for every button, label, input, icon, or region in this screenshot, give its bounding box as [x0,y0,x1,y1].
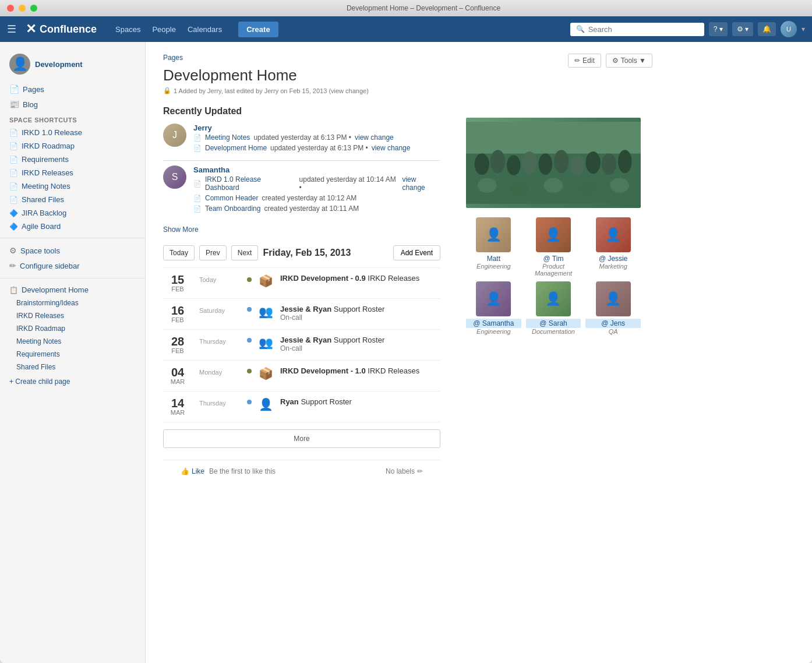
sidebar-space-tools[interactable]: ⚙ Space tools [0,243,145,258]
hamburger-menu-icon[interactable]: ☰ [7,23,16,36]
doc-icon: 📄 [9,129,18,137]
svg-point-6 [539,154,553,175]
more-button[interactable]: More [163,429,440,448]
tim-role: Product Management [526,263,581,277]
like-note: Be the first to like this [209,467,276,475]
jessie-role: Marketing [585,263,641,270]
prev-button[interactable]: Prev [199,245,227,260]
samantha-update-1: 📄 Common Header created yesterday at 10:… [193,193,440,203]
nav-calendars[interactable]: Calendars [183,23,227,36]
cal-event-sub-1: On-call [280,313,440,322]
minimize-button[interactable] [19,5,26,12]
like-button[interactable]: 👍 Like [181,467,204,475]
team-onboarding-link[interactable]: Team Onboarding [205,204,260,213]
cal-event-icon-2: 👥 [259,336,273,350]
shortcut-shared-files[interactable]: 📄 Shared Files [0,193,145,206]
shortcut-agile-board[interactable]: 🔷 Agile Board [0,220,145,233]
confluence-logo[interactable]: ✕ Confluence [26,22,97,37]
shortcut-jira-backlog[interactable]: 🔷 JIRA Backlog [0,206,145,220]
sidebar-item-pages[interactable]: 📄 Pages [0,82,145,97]
cal-event-icon-3: 📦 [259,366,273,380]
shortcut-meeting-notes[interactable]: 📄 Meeting Notes [0,179,145,193]
shortcut-irkd-release[interactable]: 📄 IRKD 1.0 Release [0,126,145,139]
page-footer: 👍 Like Be the first to like this No labe… [163,460,440,482]
user-avatar-nav[interactable]: U [781,21,797,37]
cal-date-0: 15 Feb [163,274,192,292]
cal-date-3: 04 Mar [163,366,192,385]
space-shortcuts-label: SPACE SHORTCUTS [0,112,145,126]
create-button[interactable]: Create [238,22,278,37]
tree-shared-files[interactable]: Shared Files [0,361,145,373]
sidebar-space-name[interactable]: Development [35,60,83,69]
cal-event-title-1: Jessie & Ryan Support Roster [280,305,440,313]
jessie-name[interactable]: @ Jessie [585,255,641,263]
tree-brainstorming[interactable]: Brainstorming/Ideas [0,297,145,309]
tree-requirements[interactable]: Requirements [0,348,145,361]
svg-point-10 [602,154,616,175]
tools-button[interactable]: ⚙ Tools ▼ [606,54,652,68]
tree-irkd-releases[interactable]: IRKD Releases [0,309,145,322]
settings-button[interactable]: ⚙ ▾ [732,22,753,36]
nav-people[interactable]: People [147,23,180,36]
edit-labels-icon[interactable]: ✏ [417,467,423,475]
show-more-link[interactable]: Show More [163,225,440,234]
add-event-button[interactable]: Add Event [393,245,440,260]
shortcut-requirements[interactable]: 📄 Requirements [0,153,145,166]
svg-point-4 [507,155,521,175]
search-input[interactable] [588,25,698,34]
view-change-link-0[interactable]: view change [355,133,394,142]
today-button[interactable]: Today [163,245,195,260]
sarah-role: Documentation [526,328,581,335]
create-child-label[interactable]: + Create child page [9,378,70,386]
samantha-name-team[interactable]: @ Samantha [466,319,521,328]
irkd-release-link[interactable]: IRKD 1.0 Release Dashboard [205,175,296,192]
jerry-name[interactable]: Jerry [193,124,440,132]
svg-point-9 [585,151,600,174]
meeting-notes-link[interactable]: Meeting Notes [205,133,250,142]
cal-event-sub-2: On-call [280,344,440,352]
sidebar-configure[interactable]: ✏ Configure sidebar [0,258,145,273]
cal-event-3: 04 Mar Monday 📦 IRKD Development - 1.0 [163,361,440,392]
notifications-button[interactable]: 🔔 [758,22,776,36]
jerry-avatar: J [163,124,186,147]
configure-label: Configure sidebar [20,262,80,270]
shortcut-irkd-roadmap[interactable]: 📄 IRKD Roadmap [0,139,145,153]
gear-icon: ⚙ [9,246,17,255]
sidebar-item-blog[interactable]: 📰 Blog [0,97,145,112]
samantha-name[interactable]: Samantha [193,165,440,174]
cal-event-1: 16 Feb Saturday 👥 Jessie & Ryan Support … [163,299,440,330]
next-button[interactable]: Next [231,245,259,260]
view-change-link-2[interactable]: view change [402,175,440,192]
view-change-link-1[interactable]: view change [372,144,411,152]
matt-name[interactable]: Matt [466,255,521,263]
help-button[interactable]: ? ▾ [709,22,728,36]
sarah-name[interactable]: @ Sarah [526,319,581,328]
nav-spaces[interactable]: Spaces [111,23,145,36]
person-matt: 👤 Matt Engineering [466,217,521,277]
dev-home-link[interactable]: Development Home [205,144,267,152]
cal-dayname-0: Today [199,274,240,283]
close-button[interactable] [7,5,14,12]
cal-date-2: 28 Feb [163,336,192,354]
board-icon: 🔷 [9,223,18,231]
search-icon: 🔍 [576,25,585,33]
maximize-button[interactable] [30,5,37,12]
doc-icon: 📄 [9,169,18,177]
cal-event-title-4: Ryan Support Roster [280,397,440,406]
svg-point-2 [475,154,489,175]
tree-root-dev-home[interactable]: 📋 Development Home [0,283,145,297]
content-columns: Recently Updated J Jerry 📄 [163,106,652,482]
cal-dayname-1: Saturday [199,305,240,314]
user-dropdown-arrow[interactable]: ▾ [802,25,805,33]
shortcut-irkd-releases[interactable]: 📄 IRKD Releases [0,166,145,179]
tim-name[interactable]: @ Tim [526,255,581,263]
jens-name[interactable]: @ Jens [585,319,641,328]
tree-irkd-roadmap[interactable]: IRKD Roadmap [0,322,145,335]
tree-meeting-notes[interactable]: Meeting Notes [0,335,145,348]
samantha-updates: Samantha 📄 IRKD 1.0 Release Dashboard up… [193,165,440,214]
search-box[interactable]: 🔍 [570,23,704,36]
edit-button[interactable]: ✏ Edit [568,54,601,68]
common-header-link[interactable]: Common Header [205,194,258,202]
sidebar-create-child[interactable]: + Create child page [0,373,145,389]
left-column: Recently Updated J Jerry 📄 [163,106,440,482]
